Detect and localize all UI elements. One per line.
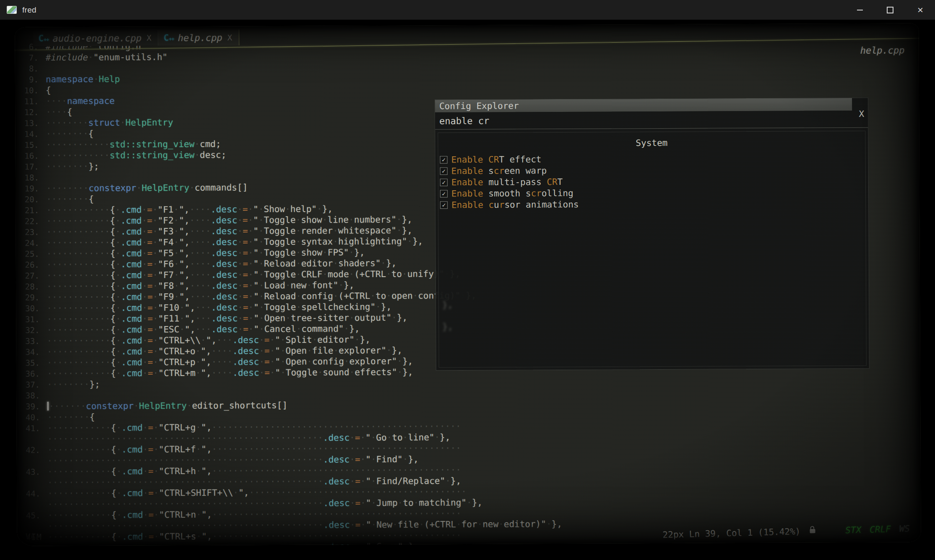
status-flag-ws: WS <box>899 524 910 534</box>
line-number: 44. <box>20 488 40 499</box>
line-number: 43. <box>20 466 40 477</box>
line-number: 19. <box>19 183 39 194</box>
line-number: 20. <box>19 194 39 205</box>
line-number: 38. <box>20 390 40 401</box>
line-number: 22. <box>19 215 39 226</box>
line-number: 16. <box>19 150 39 161</box>
line-number: 8. <box>18 63 39 74</box>
config-search-input[interactable] <box>435 111 868 130</box>
config-option-label: Enable cursor animations <box>451 199 579 210</box>
filename-overlay: help.cpp <box>860 45 905 55</box>
config-option[interactable]: ✓Enable cursor animations <box>440 197 865 210</box>
tab-help.cpp[interactable]: C++help.cppX <box>159 29 240 46</box>
editor-screen: C++audio-engine.cppXC++help.cppX help.cp… <box>15 23 921 546</box>
tab-label: audio-engine.cpp <box>52 33 141 44</box>
dialog-body: System ✓Enable CRT effect✓Enable screen … <box>438 131 866 368</box>
close-button[interactable]: × <box>911 2 930 18</box>
checkbox[interactable]: ✓ <box>440 167 448 175</box>
config-option-label: Enable screen warp <box>451 166 547 176</box>
checkbox[interactable]: ✓ <box>440 190 448 197</box>
line-number: 45. <box>20 510 40 521</box>
section-header-system: System <box>438 137 865 149</box>
checkbox[interactable]: ✓ <box>440 179 448 186</box>
maximize-button[interactable] <box>880 2 900 18</box>
line-number: 15. <box>18 139 39 150</box>
line-number: 32. <box>19 324 39 335</box>
window-titlebar: fred × <box>0 0 935 20</box>
checkbox[interactable]: ✓ <box>440 201 448 209</box>
occluded-code-fragment: }, <box>442 321 453 332</box>
line-number: 11. <box>18 96 39 106</box>
tab-close-icon[interactable]: X <box>146 33 151 42</box>
tab-label: help.cpp <box>178 32 222 43</box>
line-number: 12. <box>18 106 39 117</box>
app-icon <box>7 6 17 14</box>
line-number: 39. <box>20 401 40 412</box>
line-number: 17. <box>19 161 39 172</box>
line-number: 21. <box>19 205 39 215</box>
config-option-label: Enable multi-pass CRT <box>451 177 563 187</box>
line-number: 23. <box>19 226 39 237</box>
config-option-label: Enable CRT effect <box>451 154 542 165</box>
line-number: 31. <box>19 314 39 324</box>
line-number: 34. <box>20 346 40 357</box>
line-number: 7. <box>18 52 39 63</box>
line-number: 36. <box>20 368 40 379</box>
minimize-button[interactable] <box>850 2 870 18</box>
line-number: 9. <box>18 74 39 85</box>
config-option-label: Enable smooth scrolling <box>451 188 573 198</box>
status-mode-label: VIM <box>25 531 42 542</box>
line-number: 29. <box>19 292 39 303</box>
cpp-file-icon: C++ <box>38 33 49 43</box>
tab-close-icon[interactable]: X <box>227 33 232 42</box>
status-flag-crlf: CRLF <box>870 524 891 534</box>
line-number: 41. <box>20 423 40 433</box>
line-number: 24. <box>19 237 39 248</box>
occluded-code-fragment: }, <box>442 300 453 310</box>
line-number: 13. <box>18 117 39 128</box>
line-number: 14. <box>18 128 39 139</box>
dialog-close-icon[interactable]: X <box>859 109 865 119</box>
line-number: 33. <box>20 335 40 346</box>
line-number: 30. <box>19 303 39 314</box>
status-flag-stx: STX <box>845 525 862 535</box>
line-number: 37. <box>20 379 40 390</box>
lock-icon <box>810 529 815 533</box>
line-number: 25. <box>19 248 39 259</box>
line-number: 27. <box>19 270 39 281</box>
line-number: 35. <box>20 357 40 368</box>
line-number: 18. <box>19 172 39 183</box>
line-number: 42. <box>20 444 40 455</box>
window-title: fred <box>22 5 36 15</box>
line-number: 28. <box>19 281 39 292</box>
config-explorer-dialog: Config Explorer X System ✓Enable CRT eff… <box>435 98 870 371</box>
checkbox[interactable]: ✓ <box>440 156 448 163</box>
line-number: 26. <box>19 259 39 270</box>
line-number: 10. <box>18 85 39 96</box>
cpp-file-icon: C++ <box>164 33 174 43</box>
tab-audio-engine.cpp[interactable]: C++audio-engine.cppX <box>33 30 159 46</box>
dialog-title: Config Explorer <box>435 98 852 112</box>
line-number: 40. <box>20 412 40 423</box>
